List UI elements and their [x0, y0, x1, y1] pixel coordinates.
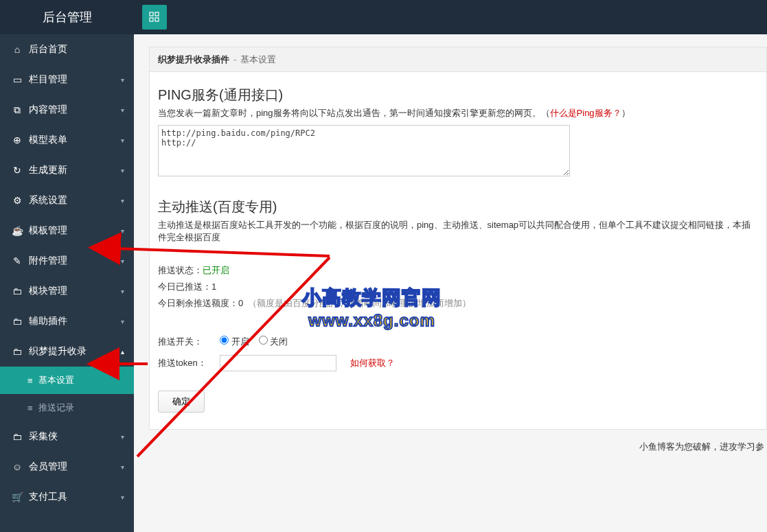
refresh-icon: ↻ — [11, 165, 23, 176]
push-switch-label: 推送开关： — [158, 336, 220, 348]
push-quota-value: 0 — [238, 298, 243, 308]
chevron-down-icon: ▾ — [121, 197, 124, 205]
list-icon: ≡ — [27, 403, 33, 413]
push-switch-on[interactable]: 开启 — [220, 336, 249, 348]
sidebar-item-label: 采集侠 — [29, 430, 58, 443]
folder-icon: 🗀 — [11, 316, 23, 327]
push-switch-row: 推送开关： 开启 关闭 — [158, 336, 758, 348]
sidebar-item-seo[interactable]: 🗀 织梦提升收录 ▴ — [0, 336, 134, 367]
sidebar-sub-label: 基本设置 — [38, 374, 74, 386]
ping-section-desc: 当您发表一篇新文章时，ping服务将向以下站点发出通告，第一时间通知搜索引擎更新… — [158, 107, 758, 119]
sidebar-item-module[interactable]: 🗀 模块管理 ▾ — [0, 276, 134, 306]
ping-help-link[interactable]: 什么是Ping服务？ — [550, 108, 621, 118]
push-status-value: 已开启 — [203, 265, 229, 275]
grid-menu-button[interactable] — [142, 5, 167, 30]
breadcrumb-root: 织梦提升收录插件 — [158, 54, 229, 66]
sidebar-item-label: 模块管理 — [29, 285, 67, 297]
push-switch-on-radio[interactable] — [220, 336, 229, 345]
sidebar-item-system[interactable]: ⚙ 系统设置 ▾ — [0, 185, 134, 216]
main-content: 织梦提升收录插件 - 基本设置 PING服务(通用接口) 当您发表一篇新文章时，… — [134, 34, 767, 532]
folder-icon: 🗀 — [11, 431, 23, 442]
content-panel: 织梦提升收录插件 - 基本设置 PING服务(通用接口) 当您发表一篇新文章时，… — [149, 47, 767, 430]
breadcrumb-page: 基本设置 — [240, 54, 276, 66]
svg-rect-3 — [155, 18, 159, 21]
breadcrumb: 织梦提升收录插件 - 基本设置 — [150, 47, 766, 72]
ping-urls-textarea[interactable] — [158, 125, 570, 176]
home-icon: ⌂ — [11, 44, 23, 55]
push-switch-off-radio[interactable] — [259, 336, 268, 345]
sidebar-item-category[interactable]: ▭ 栏目管理 ▾ — [0, 65, 134, 95]
sidebar-item-label: 附件管理 — [29, 255, 67, 267]
chevron-down-icon: ▾ — [121, 227, 124, 235]
sidebar: ⌂ 后台首页 ▭ 栏目管理 ▾ ⧉ 内容管理 ▾ ⊕ 模型表单 ▾ ↻ 生成更新… — [0, 34, 134, 532]
user-icon: ☺ — [11, 461, 23, 472]
sidebar-sub-basic-settings[interactable]: ≡ 基本设置 — [0, 367, 134, 394]
folder-icon: 🗀 — [11, 346, 23, 357]
sidebar-item-label: 支付工具 — [29, 491, 67, 503]
footer-note: 小鱼博客为您破解，进攻学习参 — [149, 441, 764, 453]
sidebar-item-plugin[interactable]: 🗀 辅助插件 ▾ — [0, 306, 134, 336]
svg-rect-2 — [150, 18, 153, 21]
globe-icon: ⊕ — [11, 135, 23, 146]
sidebar-item-label: 后台首页 — [29, 43, 67, 56]
push-status-row: 推送状态：已开启 — [158, 264, 758, 277]
sidebar-item-attachment[interactable]: ✎ 附件管理 ▾ — [0, 246, 134, 276]
columns-icon: ▭ — [11, 74, 23, 85]
grid-icon — [149, 12, 160, 23]
breadcrumb-sep: - — [233, 54, 236, 65]
top-header: 后台管理 — [0, 0, 767, 34]
sidebar-item-label: 生成更新 — [29, 164, 67, 176]
template-icon: ☕ — [11, 225, 23, 236]
sidebar-item-label: 会员管理 — [29, 461, 67, 473]
chevron-down-icon: ▾ — [121, 137, 124, 144]
folder-icon: 🗀 — [11, 286, 23, 297]
submit-button[interactable]: 确定 — [158, 391, 205, 413]
chevron-up-icon: ▴ — [121, 348, 124, 356]
chevron-down-icon: ▾ — [121, 463, 124, 471]
sidebar-item-home[interactable]: ⌂ 后台首页 — [0, 34, 134, 65]
sidebar-item-label: 栏目管理 — [29, 73, 67, 86]
sidebar-item-label: 辅助插件 — [29, 315, 67, 327]
chevron-down-icon: ▾ — [121, 433, 124, 441]
sidebar-item-member[interactable]: ☺ 会员管理 ▾ — [0, 452, 134, 482]
chevron-down-icon: ▾ — [121, 288, 124, 295]
sidebar-sub-label: 推送记录 — [38, 402, 74, 414]
push-quota-row: 今日剩余推送额度：0 （额度是由百度分配的，随着时间和权重的增加而增加） — [158, 297, 758, 310]
chevron-down-icon: ▾ — [121, 106, 124, 114]
panel-body: PING服务(通用接口) 当您发表一篇新文章时，ping服务将向以下站点发出通告… — [150, 72, 766, 429]
sidebar-item-label: 内容管理 — [29, 104, 67, 116]
sidebar-item-label: 模板管理 — [29, 224, 67, 237]
push-today-row: 今日已推送：1 — [158, 281, 758, 293]
cart-icon: 🛒 — [11, 491, 23, 502]
chevron-down-icon: ▾ — [121, 257, 124, 265]
sidebar-sub-push-log[interactable]: ≡ 推送记录 — [0, 394, 134, 421]
chevron-down-icon: ▾ — [121, 76, 124, 84]
svg-rect-1 — [155, 12, 159, 16]
chevron-down-icon: ▾ — [121, 494, 124, 501]
push-token-label: 推送token： — [158, 357, 220, 369]
ping-section-title: PING服务(通用接口) — [158, 86, 758, 104]
sidebar-item-template[interactable]: ☕ 模板管理 ▾ — [0, 216, 134, 246]
sidebar-item-label: 织梦提升收录 — [29, 345, 87, 358]
content-icon: ⧉ — [11, 104, 23, 116]
push-section-desc: 主动推送是根据百度站长工具开发的一个功能，根据百度的说明，ping、主动推送、s… — [158, 219, 758, 244]
push-token-input[interactable] — [220, 355, 336, 371]
sidebar-item-model[interactable]: ⊕ 模型表单 ▾ — [0, 125, 134, 155]
sidebar-item-label: 模型表单 — [29, 134, 67, 146]
svg-rect-0 — [150, 12, 153, 16]
sidebar-item-generate[interactable]: ↻ 生成更新 ▾ — [0, 155, 134, 185]
sidebar-item-content[interactable]: ⧉ 内容管理 ▾ — [0, 95, 134, 125]
attachment-icon: ✎ — [11, 255, 23, 266]
push-token-row: 推送token： 如何获取？ — [158, 355, 758, 371]
push-today-value: 1 — [211, 281, 216, 292]
sidebar-item-collect[interactable]: 🗀 采集侠 ▾ — [0, 421, 134, 452]
list-icon: ≡ — [27, 375, 33, 386]
sidebar-item-payment[interactable]: 🛒 支付工具 ▾ — [0, 482, 134, 512]
how-to-get-link[interactable]: 如何获取？ — [350, 357, 395, 369]
gear-icon: ⚙ — [11, 195, 23, 206]
sidebar-item-label: 系统设置 — [29, 194, 67, 207]
push-switch-off[interactable]: 关闭 — [259, 336, 288, 348]
app-title: 后台管理 — [0, 9, 134, 25]
push-quota-note: （额度是由百度分配的，随着时间和权重的增加而增加） — [248, 298, 471, 308]
chevron-down-icon: ▾ — [121, 318, 124, 325]
